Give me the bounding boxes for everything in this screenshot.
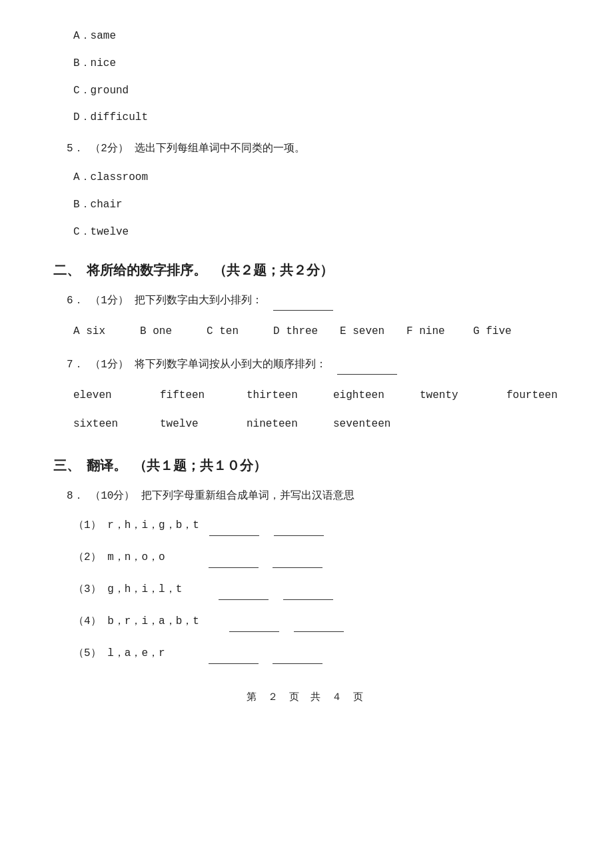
num-7-seventeen: seventeen (333, 413, 420, 436)
numbers-row-6: A six B one C ten D three E seven F nine… (67, 320, 560, 343)
numbers-row-7b: sixteen twelve nineteen seventeen (67, 413, 560, 436)
num-7-fifteen: fifteen (160, 384, 247, 407)
num-6-e: E seven (340, 320, 406, 343)
section-2-header: 二、 将所给的数字排序。 （共２题；共２分） (53, 261, 560, 279)
numbers-row-7a: eleven fifteen thirteen eighteen twenty … (67, 384, 560, 407)
answer-blank-4a[interactable] (229, 631, 279, 632)
subquestion-1: （1） r，h，i，g，b，t (67, 515, 560, 536)
answer-blank-3b[interactable] (283, 599, 333, 600)
num-7-twelve: twelve (160, 413, 247, 436)
num-7-nineteen: nineteen (247, 413, 333, 436)
num-7-fourteen: fourteen (506, 384, 593, 407)
question-6: 6． （1分） 把下列数字由大到小排列： (67, 291, 560, 311)
subquestion-4: （4） b，r，i，a，b，t (67, 611, 560, 632)
num-7-thirteen: thirteen (247, 384, 333, 407)
answer-blank-5a[interactable] (209, 663, 259, 664)
option-5a: A．classroom (67, 168, 560, 187)
answer-blank-1b[interactable] (274, 535, 324, 536)
option-4b: B．nice (67, 54, 560, 73)
question-8: 8． （10分） 把下列字母重新组合成单词，并写出汉语意思 (67, 487, 560, 506)
option-4a: A．same (67, 27, 560, 46)
num-6-g: G five (473, 320, 540, 343)
answer-blank-5b[interactable] (273, 663, 322, 664)
page-footer: 第 ２ 页 共 ４ 页 (53, 691, 560, 703)
num-7-twenty: twenty (420, 384, 506, 407)
section-3-header: 三、 翻译。 （共１题；共１０分） (53, 457, 560, 475)
answer-blank-2b[interactable] (273, 567, 322, 568)
num-6-b: B one (140, 320, 207, 343)
subquestion-5: （5） l，a，e，r (67, 643, 560, 664)
subquestion-3: （3） g，h，i，l，t (67, 579, 560, 600)
question-7: 7． （1分） 将下列数字单词按从小到大的顺序排列： (67, 355, 560, 375)
num-7-eleven: eleven (73, 384, 160, 407)
option-4c: C．ground (67, 81, 560, 101)
num-7-sixteen: sixteen (73, 413, 160, 436)
question-5: 5． （2分） 选出下列每组单词中不同类的一项。 (67, 139, 560, 159)
answer-blank-2a[interactable] (209, 567, 259, 568)
option-5c: C．twelve (67, 223, 560, 242)
option-5b: B．chair (67, 195, 560, 215)
num-6-a: A six (73, 320, 140, 343)
subquestion-2: （2） m，n，o，o (67, 547, 560, 568)
option-4d: D．difficult (67, 108, 560, 127)
num-6-d: D three (273, 320, 340, 343)
answer-blank-7[interactable] (337, 374, 397, 375)
num-7-eighteen: eighteen (333, 384, 420, 407)
answer-blank-4b[interactable] (294, 631, 344, 632)
num-6-c: C ten (207, 320, 273, 343)
answer-blank-1a[interactable] (209, 535, 259, 536)
answer-blank-3a[interactable] (219, 599, 269, 600)
answer-blank-6[interactable] (273, 310, 333, 311)
num-6-f: F nine (406, 320, 473, 343)
